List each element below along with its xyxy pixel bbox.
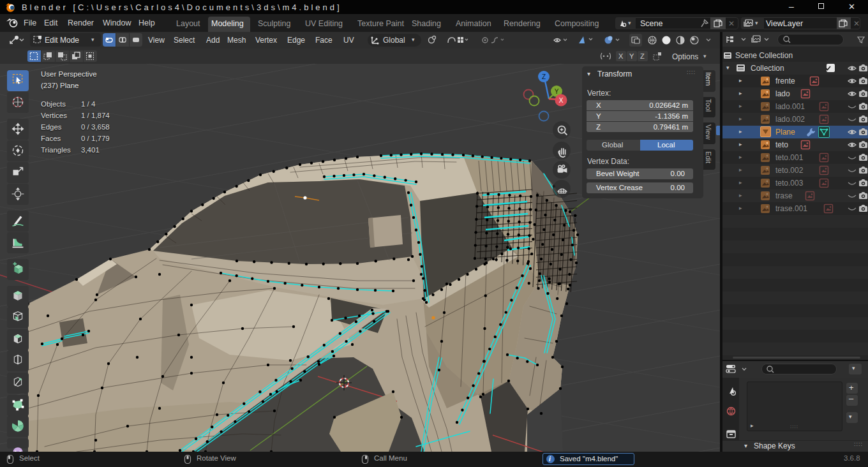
svg-text:Z: Z — [542, 73, 546, 80]
svg-text:X: X — [559, 97, 564, 104]
svg-text:Y: Y — [555, 88, 559, 95]
